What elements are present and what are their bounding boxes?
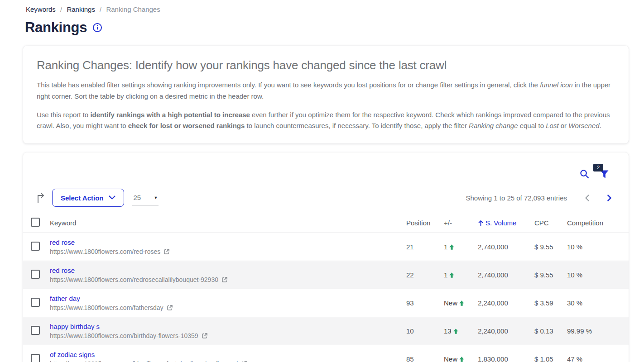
select-action-label: Select Action — [61, 194, 103, 202]
chevron-down-icon — [109, 195, 115, 200]
previous-page-icon[interactable] — [584, 194, 590, 202]
intro-paragraph-1: This table has enabled filter settings s… — [37, 80, 615, 102]
table-row: father day https://www.1800flowers.com/f… — [23, 289, 629, 317]
rank-up-icon — [449, 272, 455, 278]
sort-ascending-icon — [478, 220, 484, 226]
table-row: happy birthday s https://www.1800flowers… — [23, 317, 629, 345]
select-action-button[interactable]: Select Action — [52, 189, 124, 207]
competition-value: 10 % — [567, 271, 629, 279]
table-row: red rose https://www.1800flowers.com/red… — [23, 233, 629, 261]
change-value: New — [444, 355, 457, 362]
breadcrumb-keywords[interactable]: Keywords — [26, 5, 56, 13]
position-value: 10 — [406, 327, 444, 335]
keyword-link[interactable]: father day — [50, 295, 406, 302]
row-checkbox[interactable] — [31, 242, 40, 251]
position-value: 85 — [406, 355, 444, 362]
external-link-icon[interactable] — [163, 248, 170, 255]
rank-up-icon — [449, 244, 455, 250]
competition-value: 99.99 % — [567, 327, 629, 335]
rank-up-icon — [453, 328, 459, 334]
position-value: 93 — [406, 299, 444, 307]
row-checkbox[interactable] — [31, 298, 40, 307]
keyword-url: https://www.1800flowers.com/redrosecalla… — [50, 276, 218, 283]
table-row: red rose https://www.1800flowers.com/red… — [23, 261, 629, 289]
header-cpc[interactable]: CPC — [534, 219, 567, 227]
select-all-checkbox[interactable] — [31, 218, 40, 227]
filter-funnel-icon[interactable]: 2 — [600, 170, 609, 179]
keyword-link[interactable]: red rose — [50, 267, 406, 274]
next-page-icon[interactable] — [606, 194, 612, 202]
cpc-value: $ 3.59 — [534, 299, 567, 307]
change-value: 13 — [444, 327, 452, 335]
volume-value: 2,740,000 — [478, 271, 534, 279]
row-checkbox[interactable] — [31, 326, 40, 335]
keyword-url: https://www.1800flowers.com/fathersday — [50, 304, 163, 311]
entries-summary: Showing 1 to 25 of 72,093 entries — [466, 194, 567, 202]
external-link-icon[interactable] — [167, 305, 173, 311]
breadcrumb-separator: / — [60, 5, 62, 13]
position-value: 22 — [406, 271, 444, 279]
external-link-icon[interactable] — [202, 333, 208, 339]
keyword-url: https://www.1800flowers.com/red-roses — [50, 248, 160, 255]
row-checkbox[interactable] — [31, 270, 40, 279]
volume-value: 1,830,000 — [478, 355, 534, 362]
cpc-value: $ 0.13 — [534, 327, 567, 335]
header-competition[interactable]: Competition — [567, 219, 629, 227]
header-change[interactable]: +/- — [444, 219, 478, 227]
position-value: 21 — [406, 243, 444, 251]
keyword-link[interactable]: happy birthday s — [50, 323, 406, 330]
page-title: Rankings — [25, 19, 87, 36]
filter-count-badge: 2 — [593, 164, 603, 171]
table-body: red rose https://www.1800flowers.com/red… — [23, 233, 629, 362]
keyword-url: https://www.1800flowers.com/blog/flower-… — [50, 360, 238, 362]
volume-value: 2,240,000 — [478, 327, 534, 335]
intro-heading: Ranking Changes: Identify how your ranki… — [37, 58, 615, 72]
header-position[interactable]: Position — [406, 219, 444, 227]
volume-value: 2,740,000 — [478, 243, 534, 251]
intro-paragraph-2: Use this report to identify rankings wit… — [37, 110, 615, 132]
page-size-value: 25 — [133, 194, 141, 201]
table-header-row: Keyword Position +/- S. Volume CPC Compe… — [23, 213, 629, 233]
change-value: New — [444, 299, 457, 307]
keyword-link[interactable]: red rose — [50, 238, 406, 246]
header-volume-label: S. Volume — [485, 219, 516, 227]
cpc-value: $ 9.55 — [534, 271, 567, 279]
page-size-select[interactable]: 25 ▼ — [132, 190, 159, 205]
cpc-value: $ 9.55 — [534, 243, 567, 251]
rankings-table-card: 2 Select Action 25 ▼ Showing 1 to 25 of … — [23, 152, 629, 362]
caret-down-icon: ▼ — [154, 195, 158, 200]
header-keyword[interactable]: Keyword — [50, 219, 406, 227]
external-link-icon[interactable] — [221, 276, 228, 283]
change-value: 1 — [444, 243, 447, 251]
rank-up-icon — [459, 356, 465, 362]
breadcrumb: Keywords / Rankings / Ranking Changes — [0, 0, 644, 13]
change-value: 1 — [444, 271, 447, 279]
competition-value: 10 % — [567, 243, 629, 251]
info-icon[interactable] — [92, 23, 102, 33]
row-checkbox[interactable] — [31, 354, 40, 362]
breadcrumb-current: Ranking Changes — [106, 5, 160, 13]
breadcrumb-rankings[interactable]: Rankings — [67, 5, 95, 13]
intro-card: Ranking Changes: Identify how your ranki… — [23, 46, 629, 143]
export-icon[interactable] — [36, 192, 47, 204]
competition-value: 30 % — [567, 299, 629, 307]
rank-up-icon — [459, 300, 465, 306]
cpc-value: $ 1.05 — [534, 355, 567, 362]
keyword-url: https://www.1800flowers.com/birthday-flo… — [50, 332, 198, 339]
header-volume[interactable]: S. Volume — [478, 219, 534, 227]
breadcrumb-separator: / — [100, 5, 101, 13]
competition-value: 47 % — [567, 355, 629, 362]
table-row: of zodiac signs https://www.1800flowers.… — [23, 345, 629, 362]
volume-value: 2,240,000 — [478, 299, 534, 307]
keyword-link[interactable]: of zodiac signs — [50, 351, 406, 358]
search-icon[interactable] — [580, 169, 589, 179]
